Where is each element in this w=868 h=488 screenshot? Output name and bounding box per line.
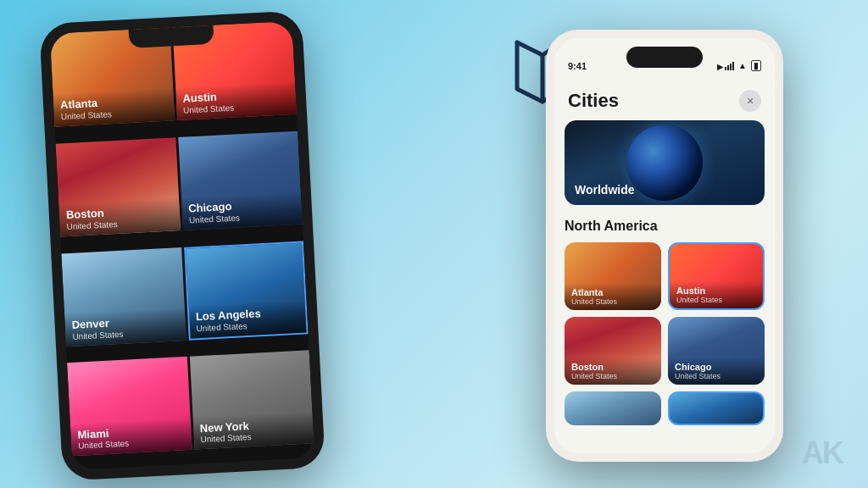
- city-card-denver[interactable]: Denver United States: [61, 247, 186, 347]
- left-phone-screen: Atlanta United States Austin United Stat…: [50, 21, 315, 470]
- panel-title: Cities: [568, 90, 619, 112]
- left-phone: Atlanta United States Austin United Stat…: [39, 10, 326, 480]
- globe-visual: [626, 125, 703, 201]
- cities-mini-grid: Atlanta United States Austin United Stat…: [565, 242, 765, 385]
- panel-header: Cities ×: [554, 76, 775, 120]
- city-overlay-chicago: Chicago United States: [181, 191, 303, 230]
- signal-bar-4: [732, 62, 734, 70]
- city-mini-country-boston: United States: [571, 372, 654, 380]
- city-mini-card-losangeles-partial[interactable]: [668, 391, 765, 425]
- panel-content[interactable]: Worldwide North America Atlanta United S…: [554, 120, 775, 446]
- city-mini-name-austin: Austin: [676, 286, 756, 296]
- city-overlay-losangeles: Los Angeles United States: [188, 299, 306, 338]
- city-mini-overlay-chicago: Chicago United States: [668, 358, 765, 385]
- city-overlay-boston: Boston United States: [58, 197, 180, 236]
- city-overlay-newyork: New York United States: [192, 411, 314, 450]
- city-card-chicago[interactable]: Chicago United States: [178, 130, 303, 230]
- worldwide-label: Worldwide: [575, 183, 635, 197]
- dynamic-island: [626, 47, 703, 68]
- battery-icon: ▮: [751, 60, 761, 71]
- signal-bar-1: [725, 67, 726, 70]
- ak-watermark: AK: [802, 435, 843, 471]
- city-mini-card-boston[interactable]: Boston United States: [565, 317, 661, 385]
- city-mini-overlay-boston: Boston United States: [565, 358, 661, 385]
- city-overlay-austin: Austin United States: [175, 81, 297, 120]
- city-mini-card-austin[interactable]: Austin United States: [668, 242, 765, 310]
- north-america-header: North America: [565, 219, 765, 234]
- city-mini-name-boston: Boston: [571, 362, 654, 372]
- city-mini-overlay-austin: Austin United States: [670, 281, 763, 308]
- city-overlay-denver: Denver United States: [64, 308, 186, 347]
- city-mini-overlay-atlanta: Atlanta United States: [565, 283, 661, 310]
- panel-close-button[interactable]: ×: [739, 90, 761, 112]
- city-card-miami[interactable]: Miami United States: [67, 357, 192, 456]
- city-mini-name-chicago: Chicago: [675, 362, 758, 372]
- city-mini-name-atlanta: Atlanta: [571, 287, 654, 297]
- city-mini-country-atlanta: United States: [571, 297, 654, 306]
- signal-bars: [725, 62, 734, 70]
- signal-bar-2: [727, 65, 729, 70]
- city-card-newyork[interactable]: New York United States: [189, 351, 314, 450]
- city-overlay-miami: Miami United States: [70, 417, 192, 456]
- signal-bar-3: [730, 64, 732, 70]
- cities-panel: Cities × Worldwide North America: [554, 76, 775, 453]
- city-mini-card-chicago[interactable]: Chicago United States: [668, 317, 765, 385]
- city-card-losangeles[interactable]: Los Angeles United States: [184, 241, 309, 340]
- cities-grid: Atlanta United States Austin United Stat…: [50, 21, 315, 470]
- city-mini-card-atlanta[interactable]: Atlanta United States: [565, 242, 661, 310]
- worldwide-card[interactable]: Worldwide: [565, 120, 765, 205]
- city-mini-country-chicago: United States: [675, 372, 758, 380]
- city-mini-country-austin: United States: [676, 296, 756, 304]
- right-phone-screen: 9:41 ▶ ▲ ▮ Cities ×: [554, 38, 775, 453]
- wifi-icon: ▲: [738, 61, 747, 70]
- city-overlay-atlanta: Atlanta United States: [53, 88, 174, 127]
- location-icon: ▶: [717, 63, 723, 71]
- cities-mini-grid-2: [565, 391, 765, 425]
- city-card-boston[interactable]: Boston United States: [55, 137, 180, 236]
- city-mini-card-denver-partial[interactable]: [565, 391, 661, 425]
- right-phone: 9:41 ▶ ▲ ▮ Cities ×: [546, 30, 783, 462]
- status-icons: ▲ ▮: [725, 60, 761, 71]
